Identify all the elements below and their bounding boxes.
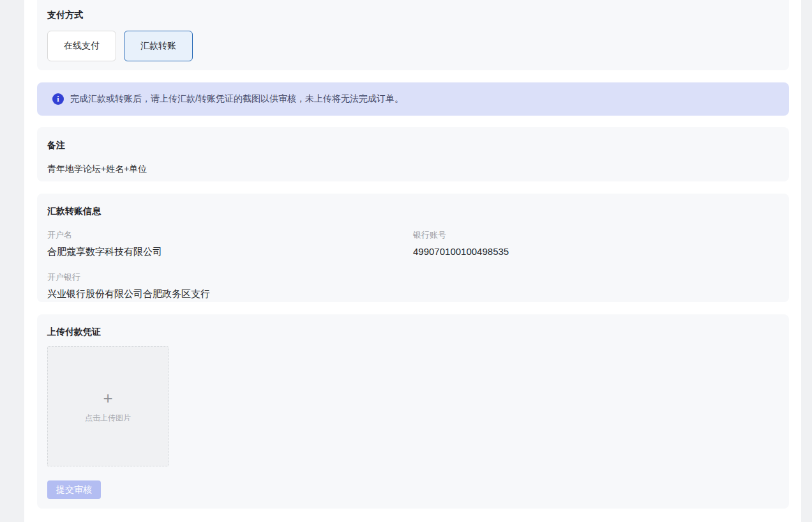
remark-section: 备注 青年地学论坛+姓名+单位	[37, 127, 789, 181]
account-name-field: 开户名 合肥蔻享数字科技有限公司	[47, 230, 413, 257]
upload-voucher-section: 上传付款凭证 + 点击上传图片 提交审核	[37, 314, 789, 509]
payment-page: 支付方式 在线支付 汇款转账 i 完成汇款或转账后，请上传汇款/转账凭证的截图以…	[0, 0, 812, 522]
bank-account-field: 银行账号 499070100100498535	[413, 230, 779, 257]
page-gutter-left	[0, 0, 24, 522]
bank-name-label: 开户银行	[47, 272, 413, 282]
plus-icon: +	[103, 390, 112, 406]
account-name-label: 开户名	[47, 230, 413, 240]
online-payment-button[interactable]: 在线支付	[47, 31, 116, 61]
transfer-info-section: 汇款转账信息 开户名 合肥蔻享数字科技有限公司 银行账号 49907010010…	[37, 194, 789, 302]
payment-options: 在线支付 汇款转账	[47, 31, 779, 61]
info-icon: i	[52, 93, 64, 105]
transfer-info-title: 汇款转账信息	[47, 204, 779, 217]
account-name-value: 合肥蔻享数字科技有限公司	[47, 245, 413, 257]
upload-dropzone[interactable]: + 点击上传图片	[47, 346, 169, 466]
submit-review-button[interactable]: 提交审核	[47, 480, 101, 499]
bank-name-value: 兴业银行股份有限公司合肥政务区支行	[47, 288, 413, 300]
payment-method-section: 支付方式 在线支付 汇款转账	[37, 0, 789, 70]
bank-account-label: 银行账号	[413, 230, 779, 240]
bank-account-value: 499070100100498535	[413, 245, 779, 257]
bank-name-field: 开户银行 兴业银行股份有限公司合肥政务区支行	[47, 272, 413, 300]
page-gutter-right	[801, 0, 812, 522]
notice-banner: i 完成汇款或转账后，请上传汇款/转账凭证的截图以供审核，未上传将无法完成订单。	[37, 82, 789, 116]
main-content: 支付方式 在线支付 汇款转账 i 完成汇款或转账后，请上传汇款/转账凭证的截图以…	[37, 0, 789, 509]
remark-title: 备注	[47, 139, 779, 151]
bank-transfer-button[interactable]: 汇款转账	[124, 31, 193, 61]
notice-text: 完成汇款或转账后，请上传汇款/转账凭证的截图以供审核，未上传将无法完成订单。	[70, 93, 403, 105]
transfer-info-grid: 开户名 合肥蔻享数字科技有限公司 银行账号 499070100100498535…	[47, 230, 779, 300]
upload-hint: 点击上传图片	[85, 413, 131, 424]
upload-voucher-title: 上传付款凭证	[47, 325, 779, 338]
remark-content: 青年地学论坛+姓名+单位	[47, 164, 779, 175]
payment-method-title: 支付方式	[47, 8, 779, 21]
